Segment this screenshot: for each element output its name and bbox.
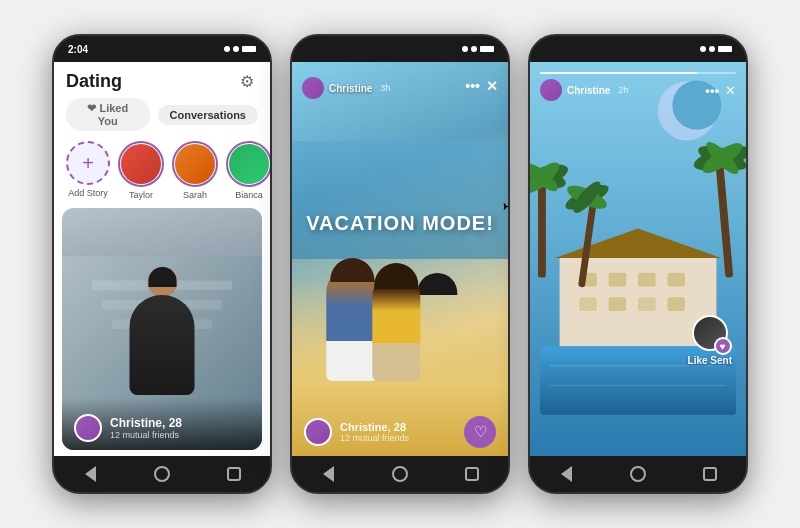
story-sarah[interactable]: Sarah: [172, 141, 218, 200]
signal-icon-3: [700, 46, 706, 52]
svg-rect-14: [609, 297, 627, 311]
story-label-sarah: Sarah: [183, 190, 207, 200]
story-header-inner: Christine 3h: [302, 72, 457, 99]
story-label-bianca: Bianca: [235, 190, 263, 200]
home-button-3[interactable]: [627, 463, 649, 485]
story-bianca[interactable]: Bianca: [226, 141, 270, 200]
add-story-item[interactable]: + Add Story: [66, 141, 110, 198]
story-header-3: Christine 2h ••• ✕: [530, 68, 746, 105]
back-button-2[interactable]: [317, 463, 339, 485]
conversations-tab[interactable]: Conversations: [158, 105, 258, 125]
story-close-icon[interactable]: ✕: [486, 78, 498, 94]
phone-2: Christine 3h ••• ✕ VACATION MODE! ✈ Chri…: [290, 34, 510, 494]
more-icon-3[interactable]: •••: [705, 83, 719, 98]
story-ring-taylor: [118, 141, 164, 187]
like-time: 2h: [618, 85, 628, 95]
bottom-nav-3: [530, 456, 746, 492]
home-button[interactable]: [151, 463, 173, 485]
story-taylor[interactable]: Taylor: [118, 141, 164, 200]
phone-1: 2:04 Dating ⚙ ❤ ❤ Liked YouLiked You Con…: [52, 34, 272, 494]
bottom-nav-2: [292, 456, 508, 492]
status-icons-3: [700, 46, 732, 52]
like-username: Christine: [567, 85, 610, 96]
time-display-1: 2:04: [68, 44, 88, 55]
story-sea-bg: [292, 141, 508, 259]
story-mutual-friends: 12 mutual friends: [340, 433, 409, 443]
recents-button-3[interactable]: [699, 463, 721, 485]
story-profile-name: Christine, 28: [340, 421, 409, 433]
svg-rect-15: [638, 297, 656, 311]
wifi-icon-3: [709, 46, 715, 52]
like-user-avatar: [540, 79, 562, 101]
story-ring-sarah: [172, 141, 218, 187]
profile-info-bar: Christine, 28 12 mutual friends: [62, 398, 262, 450]
story-more-icon[interactable]: •••: [465, 78, 480, 94]
person1: [326, 266, 378, 381]
story-heart-button[interactable]: ♡: [464, 416, 496, 448]
battery-icon-3: [718, 46, 732, 52]
story-screen: Christine 3h ••• ✕ VACATION MODE! ✈ Chri…: [292, 62, 508, 456]
status-icons-2: [462, 46, 494, 52]
story-label-taylor: Taylor: [129, 190, 153, 200]
profile-name-block: Christine, 28 12 mutual friends: [110, 416, 182, 440]
tropical-scene-svg: [530, 62, 746, 456]
add-story-label: Add Story: [68, 188, 108, 198]
like-user-row: Christine 2h ••• ✕: [540, 79, 736, 101]
svg-rect-12: [667, 273, 685, 287]
svg-rect-10: [609, 273, 627, 287]
recents-button[interactable]: [223, 463, 245, 485]
story-profile-mini-avatar: [304, 418, 332, 446]
profile-name: Christine, 28: [110, 416, 182, 430]
settings-icon[interactable]: ⚙: [236, 70, 258, 92]
stories-row: + Add Story Taylor Sarah: [54, 137, 270, 204]
story-actions-3: ••• ✕: [705, 83, 736, 98]
status-bar-2: [292, 36, 508, 62]
story-header-2: Christine 3h ••• ✕: [292, 68, 508, 103]
profile-mini-avatar: [74, 414, 102, 442]
story-ring-bianca: [226, 141, 270, 187]
like-screen: Christine 2h ••• ✕ ♥ Like Sent: [530, 62, 746, 456]
story-bottom-bar: Christine, 28 12 mutual friends ♡: [292, 408, 508, 456]
dating-screen: Dating ⚙ ❤ ❤ Liked YouLiked You Conversa…: [54, 62, 270, 456]
dating-header: Dating ⚙: [54, 62, 270, 96]
back-button-3[interactable]: [555, 463, 577, 485]
story-user-row: Christine 3h: [302, 77, 457, 99]
story-view: Christine 3h ••• ✕ VACATION MODE! ✈ Chri…: [292, 62, 508, 456]
like-progress-bar: [540, 72, 736, 74]
airplane-emoji: ✈: [502, 192, 508, 223]
battery-icon-2: [480, 46, 494, 52]
profile-person-silhouette: [130, 267, 195, 395]
signal-icon: [224, 46, 230, 52]
phone-3: Christine 2h ••• ✕ ♥ Like Sent: [528, 34, 748, 494]
like-sent-bubble: ♥ Like Sent: [688, 315, 732, 366]
liked-you-tab[interactable]: ❤ ❤ Liked YouLiked You: [66, 98, 150, 131]
status-icons-1: [224, 46, 256, 52]
wifi-icon: [233, 46, 239, 52]
bottom-nav-1: [54, 456, 270, 492]
avatar-sarah: [175, 144, 215, 184]
profile-mutual: 12 mutual friends: [110, 430, 182, 440]
svg-rect-16: [667, 297, 685, 311]
like-sent-label: Like Sent: [688, 355, 732, 366]
story-text-overlay: VACATION MODE! ✈: [306, 212, 494, 235]
beach-people: [326, 266, 460, 381]
profile-card[interactable]: Christine, 28 12 mutual friends: [62, 208, 262, 450]
person-body: [130, 295, 195, 395]
signal-icon-2: [462, 46, 468, 52]
story-name-block: Christine, 28 12 mutual friends: [340, 421, 409, 443]
like-user-left: Christine 2h: [540, 79, 628, 101]
add-story-btn[interactable]: +: [66, 141, 110, 185]
like-view: Christine 2h ••• ✕ ♥ Like Sent: [530, 62, 746, 456]
status-bar-3: [530, 36, 746, 62]
like-sent-avatar-wrap: ♥: [692, 315, 728, 351]
svg-rect-11: [638, 273, 656, 287]
close-icon-3[interactable]: ✕: [725, 83, 736, 98]
recents-button-2[interactable]: [461, 463, 483, 485]
profile-card-bg: Christine, 28 12 mutual friends: [62, 208, 262, 450]
home-button-2[interactable]: [389, 463, 411, 485]
story-time: 3h: [380, 83, 390, 93]
status-bar-1: 2:04: [54, 36, 270, 62]
person2: [372, 273, 420, 381]
vacation-text: VACATION MODE!: [306, 212, 494, 234]
back-button[interactable]: [79, 463, 101, 485]
